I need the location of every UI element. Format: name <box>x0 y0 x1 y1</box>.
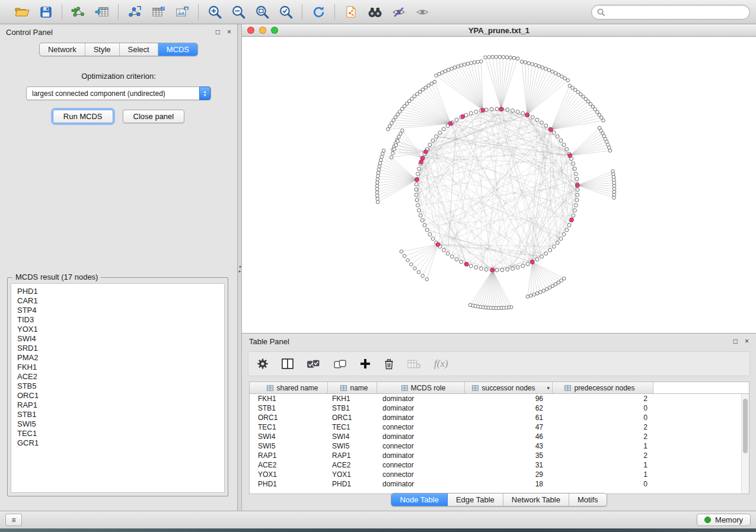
row-filler <box>653 479 749 489</box>
tab-edge-table[interactable]: Edge Table <box>448 493 503 506</box>
tab-select[interactable]: Select <box>120 43 158 56</box>
table-row[interactable]: SWI5SWI5connector431 <box>250 441 749 451</box>
splitter-grip-icon[interactable]: ◂▸ <box>238 264 242 274</box>
tab-network-table[interactable]: Network Table <box>503 493 569 506</box>
table-cell: TEC1 <box>328 422 377 432</box>
result-node-item[interactable]: STB5 <box>17 382 224 391</box>
minimize-window-icon[interactable] <box>259 27 266 34</box>
table-cell: 31 <box>465 460 553 470</box>
import-network-button[interactable] <box>69 2 88 21</box>
vertical-splitter[interactable]: ◂▸ <box>238 24 242 511</box>
result-node-item[interactable]: SWI5 <box>17 419 224 429</box>
table-cell: dominator <box>377 413 465 422</box>
table-row[interactable]: YOX1YOX1connector291 <box>250 470 749 479</box>
column-header-successor-nodes[interactable]: successor nodes▾ <box>465 382 553 394</box>
delete-column-button[interactable] <box>384 358 394 370</box>
create-column-button[interactable] <box>360 358 371 369</box>
zoom-fit-button[interactable] <box>253 2 272 21</box>
table-cell: YOX1 <box>250 470 328 479</box>
column-header-name[interactable]: name <box>328 382 377 394</box>
close-panel-button[interactable]: Close panel <box>123 110 185 123</box>
hide-selected-button[interactable] <box>389 2 408 21</box>
column-header-predecessor-nodes[interactable]: predecessor nodes <box>553 382 653 394</box>
result-node-item[interactable]: PHD1 <box>17 287 224 296</box>
eye-icon <box>415 7 430 18</box>
maximize-window-icon[interactable] <box>271 27 278 34</box>
table-settings-button[interactable] <box>257 358 269 370</box>
search-input[interactable] <box>608 7 744 17</box>
result-node-item[interactable]: STB1 <box>17 410 224 419</box>
import-table-button[interactable] <box>92 2 111 21</box>
float-panel-icon[interactable]: □ <box>216 28 220 36</box>
close-panel-icon[interactable]: × <box>227 28 231 36</box>
result-node-item[interactable]: SWI4 <box>17 334 224 344</box>
table-row[interactable]: SWI4SWI4dominator462 <box>250 432 749 441</box>
result-node-item[interactable]: GCR1 <box>17 438 224 448</box>
export-table-button[interactable] <box>149 2 168 21</box>
table-cell: STB1 <box>328 403 377 413</box>
network-canvas[interactable] <box>242 37 756 333</box>
close-window-icon[interactable] <box>247 27 254 34</box>
tab-style[interactable]: Style <box>85 43 120 56</box>
deselect-all-icon <box>333 358 347 370</box>
export-image-button[interactable] <box>173 2 192 21</box>
close-table-panel-icon[interactable]: × <box>745 338 749 345</box>
result-node-item[interactable]: SRD1 <box>17 344 224 353</box>
network-window-titlebar[interactable]: YPA_prune.txt_1 <box>242 24 756 37</box>
zoom-out-button[interactable] <box>229 2 248 21</box>
result-node-item[interactable]: PMA2 <box>17 353 224 363</box>
column-header-mcds-role[interactable]: MCDS role <box>377 382 465 394</box>
table-row[interactable]: TEC1TEC1connector472 <box>250 422 749 432</box>
eye-slash-icon <box>391 6 406 18</box>
deselect-all-button[interactable] <box>333 358 347 370</box>
show-panels-menu-button[interactable]: ≡ <box>5 514 22 526</box>
save-session-button[interactable] <box>36 2 55 21</box>
select-all-button[interactable] <box>307 358 320 370</box>
network-graph[interactable] <box>242 37 756 333</box>
export-network-button[interactable] <box>125 2 144 21</box>
row-filler <box>653 432 749 441</box>
result-node-item[interactable]: RAP1 <box>17 400 224 410</box>
zoom-in-button[interactable] <box>205 2 224 21</box>
table-row[interactable]: RAP1RAP1dominator352 <box>250 451 749 460</box>
memory-button[interactable]: Memory <box>697 514 751 526</box>
table-row[interactable]: STB1STB1dominator620 <box>250 403 749 413</box>
show-all-button[interactable] <box>413 2 432 21</box>
result-node-item[interactable]: CAR1 <box>17 296 224 306</box>
criterion-dropdown[interactable]: largest connected component (undirected)… <box>26 86 211 100</box>
apply-layout-button[interactable] <box>309 2 328 21</box>
result-node-item[interactable]: FKH1 <box>17 363 224 372</box>
row-filler <box>653 460 749 470</box>
table-row[interactable]: ORC1ORC1dominator610 <box>250 413 749 422</box>
mcds-result-list[interactable]: PHD1CAR1STP4TID3YOX1SWI4SRD1PMA2FKH1ACE2… <box>11 283 225 493</box>
table-scrollbar[interactable] <box>741 394 749 493</box>
network-search-field[interactable] <box>591 5 750 20</box>
table-cell: YOX1 <box>328 470 377 479</box>
table-row[interactable]: PHD1PHD1dominator180 <box>250 479 749 489</box>
result-node-item[interactable]: TID3 <box>17 315 224 325</box>
run-mcds-button[interactable]: Run MCDS <box>53 110 113 123</box>
tab-motifs[interactable]: Motifs <box>569 493 607 506</box>
table-row[interactable]: FKH1FKH1dominator962 <box>250 394 749 403</box>
table-panel-title: Table Panel <box>249 337 289 346</box>
table-row[interactable]: ACE2ACE2connector311 <box>250 460 749 470</box>
tab-mcds[interactable]: MCDS <box>158 43 197 56</box>
chevron-down-icon: ▾ <box>547 385 550 391</box>
table-cell: SWI5 <box>250 441 328 451</box>
table-cell: connector <box>377 441 465 451</box>
open-file-button[interactable] <box>12 2 31 21</box>
tab-network[interactable]: Network <box>40 43 85 56</box>
search-network-button[interactable] <box>365 2 384 21</box>
float-table-panel-icon[interactable]: □ <box>733 338 738 345</box>
show-columns-button[interactable] <box>282 358 294 369</box>
column-header-shared-name[interactable]: shared name <box>250 382 328 394</box>
scrollbar-thumb[interactable] <box>743 399 748 453</box>
tab-node-table[interactable]: Node Table <box>391 493 448 506</box>
result-node-item[interactable]: ORC1 <box>17 391 224 400</box>
result-node-item[interactable]: YOX1 <box>17 325 224 334</box>
copy-style-button[interactable] <box>342 2 361 21</box>
zoom-selected-button[interactable] <box>276 2 295 21</box>
result-node-item[interactable]: ACE2 <box>17 372 224 382</box>
result-node-item[interactable]: STP4 <box>17 306 224 315</box>
result-node-item[interactable]: TEC1 <box>17 429 224 438</box>
